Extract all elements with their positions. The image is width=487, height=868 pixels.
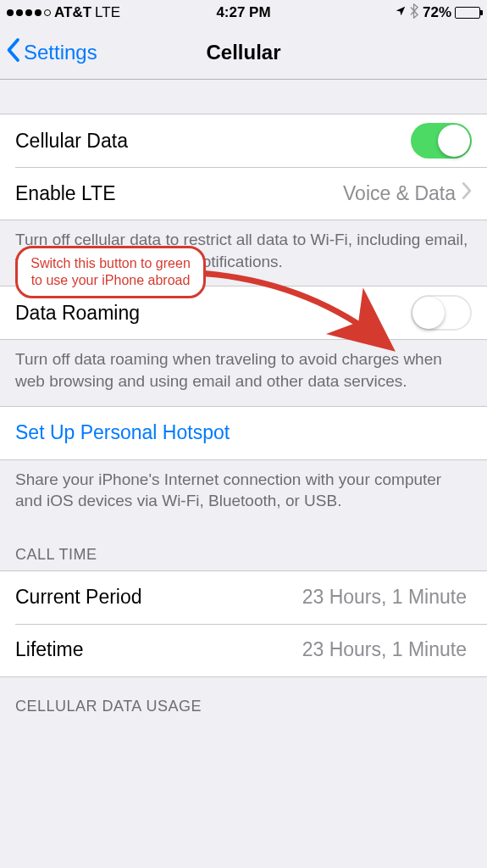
back-button[interactable]: Settings bbox=[5, 37, 97, 68]
enable-lte-value: Voice & Data bbox=[343, 182, 456, 205]
battery-icon bbox=[455, 7, 480, 19]
current-period-value: 23 Hours, 1 Minute bbox=[302, 586, 467, 609]
carrier-label: AT&T bbox=[54, 4, 91, 21]
cellular-data-usage-header: CELLULAR DATA USAGE bbox=[0, 677, 487, 722]
data-roaming-toggle[interactable] bbox=[411, 295, 472, 331]
lifetime-row: Lifetime 23 Hours, 1 Minute bbox=[0, 624, 487, 676]
chevron-right-icon bbox=[461, 181, 472, 205]
back-label: Settings bbox=[24, 41, 97, 64]
battery-indicator: 72% bbox=[423, 4, 480, 21]
current-period-row: Current Period 23 Hours, 1 Minute bbox=[0, 571, 487, 624]
cellular-data-label: Cellular Data bbox=[15, 130, 411, 153]
hotspot-footer: Share your iPhone's Internet connection … bbox=[0, 460, 487, 526]
hotspot-group: Set Up Personal Hotspot bbox=[0, 406, 487, 460]
signal-strength-icon bbox=[7, 9, 51, 16]
annotation-callout: Switch this button to green to use your … bbox=[15, 246, 206, 298]
lifetime-value: 23 Hours, 1 Minute bbox=[302, 638, 467, 661]
bluetooth-icon bbox=[410, 3, 419, 23]
network-label: LTE bbox=[95, 4, 120, 21]
current-period-label: Current Period bbox=[15, 586, 302, 609]
data-roaming-footer: Turn off data roaming when traveling to … bbox=[0, 340, 487, 405]
cellular-data-row: Cellular Data bbox=[0, 114, 487, 167]
enable-lte-row[interactable]: Enable LTE Voice & Data bbox=[0, 167, 487, 220]
status-time: 4:27 PM bbox=[216, 4, 270, 21]
lifetime-label: Lifetime bbox=[15, 638, 302, 661]
status-bar: AT&T LTE 4:27 PM 72% bbox=[0, 0, 487, 25]
status-left: AT&T LTE bbox=[7, 4, 120, 21]
cellular-data-group: Cellular Data Enable LTE Voice & Data bbox=[0, 114, 487, 220]
status-right: 72% bbox=[395, 3, 480, 23]
data-roaming-label: Data Roaming bbox=[15, 302, 411, 325]
personal-hotspot-label: Set Up Personal Hotspot bbox=[15, 421, 472, 444]
location-icon bbox=[395, 4, 407, 21]
page-title: Cellular bbox=[206, 41, 280, 64]
battery-percent: 72% bbox=[423, 4, 451, 21]
nav-bar: Settings Cellular bbox=[0, 25, 487, 80]
call-time-group: Current Period 23 Hours, 1 Minute Lifeti… bbox=[0, 570, 487, 677]
enable-lte-label: Enable LTE bbox=[15, 182, 343, 205]
cellular-data-toggle[interactable] bbox=[411, 123, 472, 159]
chevron-left-icon bbox=[5, 37, 20, 68]
personal-hotspot-row[interactable]: Set Up Personal Hotspot bbox=[0, 407, 487, 459]
call-time-header: CALL TIME bbox=[0, 526, 487, 570]
